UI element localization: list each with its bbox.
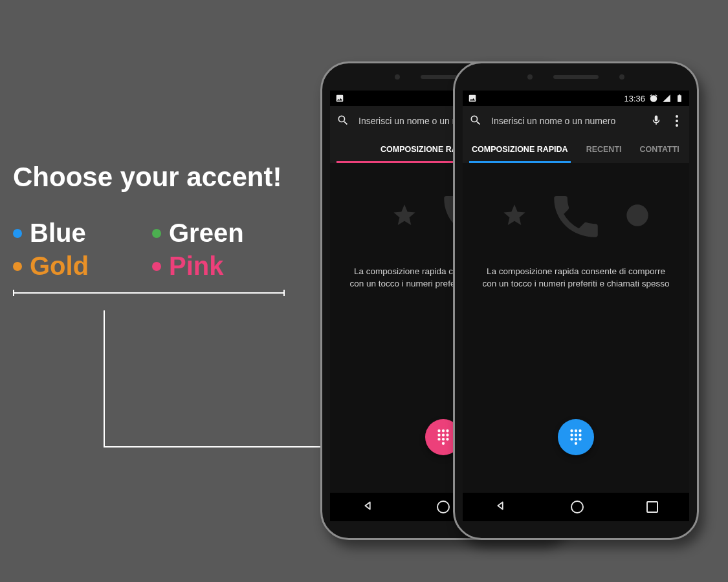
accent-label: Green xyxy=(169,219,244,248)
divider xyxy=(13,292,285,294)
dot-icon xyxy=(13,229,22,238)
image-icon xyxy=(468,94,477,103)
accent-option-blue: Blue xyxy=(13,219,146,248)
search-placeholder: Inserisci un nome o un numero xyxy=(491,116,641,126)
accent-option-pink: Pink xyxy=(152,252,285,281)
image-icon xyxy=(335,94,344,103)
nav-home-icon[interactable] xyxy=(571,501,584,513)
status-bar: 13:36 xyxy=(463,91,689,106)
status-time: 13:36 xyxy=(624,94,645,103)
dialpad-icon xyxy=(435,429,452,446)
search-bar[interactable]: Inserisci un nome o un numero xyxy=(463,106,689,136)
tab-contacts[interactable]: CONTATTI xyxy=(631,136,689,163)
tab-bar: COMPOSIZIONE RAPIDA RECENTI CONTATTI xyxy=(463,136,689,163)
dot-icon xyxy=(152,262,161,271)
phone-screen: 13:36 Inserisci un nome o un numero xyxy=(463,91,689,521)
phone-speaker xyxy=(553,75,599,79)
dialpad-fab[interactable] xyxy=(558,419,594,455)
star-icon xyxy=(502,202,527,230)
search-icon xyxy=(336,114,349,129)
accent-option-gold: Gold xyxy=(13,252,146,281)
promo-text-column: Choose your accent! Blue Green Gold Pink xyxy=(13,162,285,294)
android-nav-bar xyxy=(463,493,689,521)
star-icon xyxy=(392,202,417,230)
empty-line: La composizione rapida consente di compo… xyxy=(483,266,670,278)
phone-icon xyxy=(547,186,605,246)
battery-icon xyxy=(675,94,684,103)
nav-back-icon[interactable] xyxy=(361,499,375,515)
mic-icon[interactable] xyxy=(650,114,662,128)
nav-recent-icon[interactable] xyxy=(646,501,658,513)
accent-options: Blue Green Gold Pink xyxy=(13,219,285,281)
accent-label: Pink xyxy=(169,252,223,281)
phone-mockup-blue: 13:36 Inserisci un nome o un numero xyxy=(453,61,699,540)
accent-label: Gold xyxy=(30,252,89,281)
overflow-menu-icon[interactable] xyxy=(671,115,683,127)
nav-back-icon[interactable] xyxy=(494,499,508,515)
accent-option-green: Green xyxy=(152,219,285,248)
dot-icon xyxy=(152,229,161,238)
empty-state-icons xyxy=(502,186,650,246)
search-icon xyxy=(469,114,482,129)
clock-icon xyxy=(624,202,650,230)
nav-home-icon[interactable] xyxy=(437,501,450,513)
dialpad-icon xyxy=(568,429,584,446)
accent-label: Blue xyxy=(30,219,86,248)
headline: Choose your accent! xyxy=(13,162,285,193)
speed-dial-body: La composizione rapida consente di compo… xyxy=(463,163,689,493)
empty-state-text: La composizione rapida consente di compo… xyxy=(474,266,679,290)
tab-recent[interactable]: RECENTI xyxy=(577,136,631,163)
alarm-icon xyxy=(649,94,658,103)
signal-icon xyxy=(662,94,671,103)
dot-icon xyxy=(13,262,22,271)
tab-speed-dial[interactable]: COMPOSIZIONE RAPIDA xyxy=(463,136,577,163)
connector-line xyxy=(104,310,105,446)
empty-line: con un tocco i numeri preferiti e chiama… xyxy=(483,278,670,290)
